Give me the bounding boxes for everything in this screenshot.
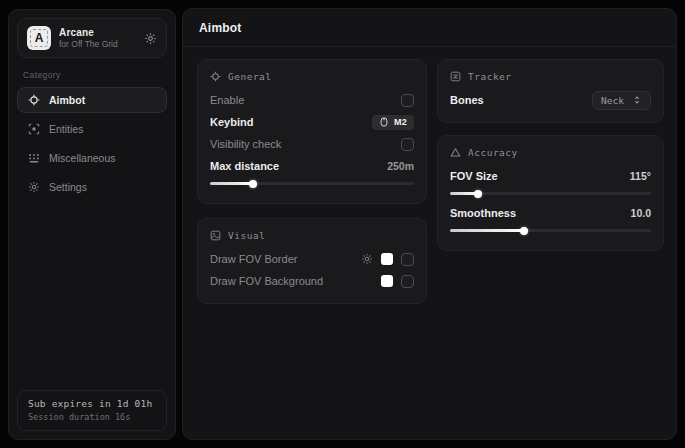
draw-fov-background-controls xyxy=(381,275,414,288)
fov-border-color-swatch[interactable] xyxy=(381,253,393,265)
fov-size-value: 115° xyxy=(630,170,651,182)
sidebar: A Arcane for Off The Grid Category Aimbo… xyxy=(8,9,176,440)
accuracy-panel-header: Accuracy xyxy=(450,147,651,158)
sidebar-item-label: Settings xyxy=(49,181,87,193)
max-distance-label: Max distance xyxy=(210,160,279,172)
bones-select[interactable]: Neck xyxy=(592,91,651,110)
sub-expiry-text: Sub expires in 1d 01h xyxy=(28,398,156,409)
gear-icon xyxy=(28,181,40,193)
fov-size-slider[interactable] xyxy=(450,192,651,195)
enable-label: Enable xyxy=(210,94,244,106)
crosshair-icon xyxy=(28,94,40,106)
sidebar-item-label: Aimbot xyxy=(49,94,85,106)
smoothness-label: Smoothness xyxy=(450,207,516,219)
left-column: General Enable Keybind xyxy=(197,59,427,304)
sidebar-item-label: Miscellaneous xyxy=(49,152,116,164)
app-header-card: A Arcane for Off The Grid xyxy=(17,18,167,58)
draw-fov-border-checkbox[interactable] xyxy=(401,253,414,266)
draw-fov-background-row: Draw FOV Background xyxy=(210,270,414,292)
gear-icon[interactable] xyxy=(361,253,373,265)
layers-icon xyxy=(450,71,461,82)
session-duration-text: Session duration 16s xyxy=(28,412,156,422)
panel-title: Accuracy xyxy=(468,147,518,158)
visibility-check-checkbox[interactable] xyxy=(401,138,414,151)
slider-fill[interactable] xyxy=(210,182,253,185)
main-panel: Aimbot General Enable xyxy=(182,8,677,440)
main-body: General Enable Keybind xyxy=(183,47,676,316)
sidebar-item-aimbot[interactable]: Aimbot xyxy=(17,87,167,113)
smoothness-slider[interactable] xyxy=(450,229,651,232)
keybind-value: M2 xyxy=(394,117,407,127)
sidebar-item-settings[interactable]: Settings xyxy=(17,174,167,200)
smoothness-row: Smoothness 10.0 xyxy=(450,202,651,224)
draw-fov-background-checkbox[interactable] xyxy=(401,275,414,288)
draw-fov-background-label: Draw FOV Background xyxy=(210,275,323,287)
keybind-row: Keybind M2 xyxy=(210,111,414,133)
max-distance-value: 250m xyxy=(387,160,414,172)
max-distance-slider[interactable] xyxy=(210,182,414,185)
smoothness-value: 10.0 xyxy=(631,207,651,219)
image-icon xyxy=(210,230,221,241)
bones-row: Bones Neck xyxy=(450,89,651,111)
fov-size-row: FOV Size 115° xyxy=(450,165,651,187)
keybind-label: Keybind xyxy=(210,116,253,128)
enable-checkbox[interactable] xyxy=(401,94,414,107)
page-title: Aimbot xyxy=(199,21,660,35)
app-subtitle: for Off The Grid xyxy=(59,39,118,49)
crosshair-icon xyxy=(210,71,221,82)
enable-row: Enable xyxy=(210,89,414,111)
panel-title: Visual xyxy=(228,230,265,241)
chevron-up-down-icon xyxy=(632,95,642,105)
draw-fov-border-label: Draw FOV Border xyxy=(210,253,297,265)
visibility-check-label: Visibility check xyxy=(210,138,281,150)
gear-icon[interactable] xyxy=(144,32,157,45)
visual-panel: Visual Draw FOV Border xyxy=(197,218,427,304)
tracker-panel: Tracker Bones Neck xyxy=(437,59,664,123)
bones-label: Bones xyxy=(450,94,484,106)
keybind-button[interactable]: M2 xyxy=(372,115,414,130)
draw-fov-border-row: Draw FOV Border xyxy=(210,248,414,270)
general-panel: General Enable Keybind xyxy=(197,59,427,204)
sidebar-item-miscellaneous[interactable]: Miscellaneous xyxy=(17,145,167,171)
bones-selected-value: Neck xyxy=(601,95,624,106)
max-distance-row: Max distance 250m xyxy=(210,155,414,177)
slider-fill[interactable] xyxy=(450,229,524,232)
grid-icon xyxy=(28,152,40,164)
main-header: Aimbot xyxy=(183,9,676,47)
sidebar-nav: Aimbot Entities Miscellaneous xyxy=(9,87,175,200)
triangle-icon xyxy=(450,147,461,158)
app-name: Arcane xyxy=(59,27,118,38)
visual-panel-header: Visual xyxy=(210,230,414,241)
category-label: Category xyxy=(23,70,161,80)
general-panel-header: General xyxy=(210,71,414,82)
sidebar-item-label: Entities xyxy=(49,123,83,135)
entities-icon xyxy=(28,123,40,135)
visibility-check-row: Visibility check xyxy=(210,133,414,155)
app-meta: Arcane for Off The Grid xyxy=(59,27,118,49)
right-column: Tracker Bones Neck xyxy=(437,59,664,251)
sidebar-item-entities[interactable]: Entities xyxy=(17,116,167,142)
app-logo: A xyxy=(27,26,51,50)
panel-title: Tracker xyxy=(468,71,512,82)
mouse-icon xyxy=(379,117,389,127)
panel-title: General xyxy=(228,71,272,82)
subscription-card: Sub expires in 1d 01h Session duration 1… xyxy=(17,390,167,431)
fov-size-label: FOV Size xyxy=(450,170,498,182)
fov-background-color-swatch[interactable] xyxy=(381,275,393,287)
accuracy-panel: Accuracy FOV Size 115° Smoothness 10.0 xyxy=(437,135,664,251)
tracker-panel-header: Tracker xyxy=(450,71,651,82)
slider-fill[interactable] xyxy=(450,192,478,195)
draw-fov-border-controls xyxy=(361,253,414,266)
